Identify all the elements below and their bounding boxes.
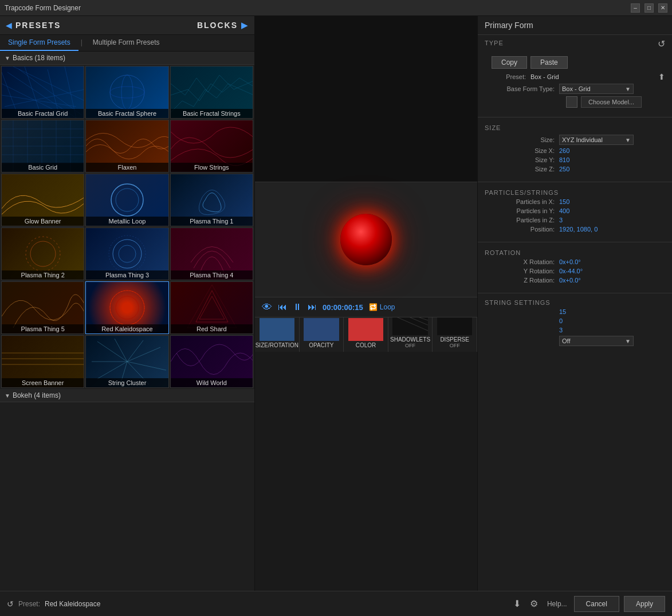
action-reset-button[interactable]: ↺ (7, 599, 14, 609)
svg-point-28 (119, 245, 136, 262)
channel-size-label: SIZE/ROTATION (256, 342, 298, 348)
preset-string-cluster[interactable]: String Cluster (85, 335, 168, 388)
save-icon[interactable]: ⬇ (513, 598, 521, 609)
string-val3-value[interactable]: 3 (559, 327, 563, 333)
size-dropdown[interactable]: XYZ Individual ▼ (559, 135, 634, 145)
preset-screen-banner[interactable]: Screen Banner (1, 335, 84, 388)
preset-plasma-thing3[interactable]: Plasma Thing 3 (85, 227, 168, 280)
copy-paste-row: Copy Paste (485, 53, 665, 72)
particles-x-value[interactable]: 150 (559, 198, 569, 205)
preset-plasma-thing1[interactable]: Plasma Thing 1 (170, 174, 253, 226)
transport-bar: 👁 ⏮ ⏸ ⏭ 00:00:00:15 🔁 Loop (255, 297, 477, 317)
center-panel: 👁 ⏮ ⏸ ⏭ 00:00:00:15 🔁 Loop SIZE/ROTATION… (255, 16, 477, 616)
string-val1-value[interactable]: 15 (559, 308, 566, 315)
y-rotation-label: Y Rotation: (485, 268, 559, 274)
position-value[interactable]: 1920, 1080, 0 (559, 226, 598, 233)
preset-flow-strings[interactable]: Flow Strings (170, 120, 253, 172)
preset-basic-fractal-strings[interactable]: Basic Fractal Strings (170, 66, 253, 119)
channel-size-rotation[interactable]: SIZE/ROTATION (255, 317, 300, 352)
preset-plasma-thing3-label: Plasma Thing 3 (86, 270, 168, 280)
preview-bottom (255, 182, 477, 297)
svg-line-49 (392, 317, 427, 335)
preset-metallic-loop[interactable]: Metallic Loop (85, 174, 168, 226)
maximize-button[interactable]: □ (645, 3, 654, 13)
type-reset-button[interactable]: ↺ (658, 38, 665, 49)
preset-red-kaleidospace[interactable]: Red Kaleidospace (85, 281, 168, 334)
preset-basic-fractal-grid-label: Basic Fractal Grid (2, 109, 84, 118)
preset-plasma-thing2[interactable]: Plasma Thing 2 (1, 227, 84, 280)
preset-glow-banner-label: Glow Banner (2, 217, 84, 226)
tab-single-form[interactable]: Single Form Presets (0, 35, 78, 51)
type-section-title: TYPE (485, 40, 504, 46)
size-arrow: ▼ (625, 137, 631, 143)
z-rotation-value[interactable]: 0x+0.0° (559, 277, 581, 284)
preset-name-value: Box - Grid (530, 73, 559, 80)
model-swatch (566, 96, 577, 108)
section-bokeh[interactable]: ▼ Bokeh (4 items) (0, 389, 254, 402)
paste-button[interactable]: Paste (530, 56, 568, 69)
preset-plasma-thing5[interactable]: Plasma Thing 5 (1, 281, 84, 334)
size-dropdown-row: Size: XYZ Individual ▼ (485, 135, 665, 145)
skip-back-button[interactable]: ⏮ (278, 302, 287, 312)
channel-shadowlets[interactable]: SHADOWLETS OFF (388, 317, 433, 352)
preset-flaxen-label: Flaxen (86, 163, 168, 172)
string-dropdown[interactable]: Off ▼ (559, 336, 634, 346)
loop-button[interactable]: 🔁 Loop (369, 303, 395, 311)
export-button[interactable]: ⬆ (658, 72, 665, 81)
cancel-button[interactable]: Cancel (574, 596, 619, 612)
string-dropdown-value: Off (562, 338, 570, 344)
window-controls[interactable]: – □ ✕ (631, 3, 667, 13)
string-val2-value[interactable]: 0 (559, 317, 563, 324)
copy-button[interactable]: Copy (492, 56, 527, 69)
preset-flaxen[interactable]: Flaxen (85, 120, 168, 172)
presets-header: ◀ PRESETS BLOCKS ▶ (0, 16, 254, 35)
blocks-right-arrow[interactable]: ▶ (241, 21, 249, 30)
preset-name-row: Preset: Box - Grid ⬆ (485, 72, 665, 81)
preset-basic-fractal-sphere[interactable]: Basic Fractal Sphere (85, 66, 168, 119)
preset-basic-grid[interactable]: Basic Grid (1, 120, 84, 172)
help-label[interactable]: Help... (547, 600, 567, 608)
preset-flow-strings-label: Flow Strings (171, 163, 253, 172)
preset-red-shard[interactable]: Red Shard (170, 281, 253, 334)
section-bokeh-arrow: ▼ (5, 393, 10, 399)
channel-shadowlets-swatch (392, 317, 427, 335)
eye-icon[interactable]: 👁 (262, 301, 272, 313)
particles-y-value[interactable]: 400 (559, 207, 569, 214)
choose-model-button[interactable]: Choose Model... (581, 96, 642, 108)
base-form-type-dropdown[interactable]: Box - Grid ▼ (559, 84, 634, 94)
preset-glow-banner[interactable]: Glow Banner (1, 174, 84, 226)
minimize-button[interactable]: – (631, 3, 640, 13)
skip-forward-button[interactable]: ⏭ (308, 302, 317, 312)
string-dropdown-arrow: ▼ (625, 338, 631, 344)
channel-opacity[interactable]: OPACITY (300, 317, 344, 352)
base-form-type-label: Base Form Type: (485, 85, 559, 92)
channel-disperse[interactable]: DISPERSE OFF (433, 317, 477, 352)
section-basics[interactable]: ▼ Basics (18 items) (0, 52, 254, 65)
apply-button[interactable]: Apply (624, 596, 665, 612)
y-rotation-row: Y Rotation: 0x-44.0° (485, 268, 665, 274)
tab-multiple-form[interactable]: Multiple Form Presets (85, 35, 168, 51)
preset-basic-fractal-grid[interactable]: Basic Fractal Grid (1, 66, 84, 119)
size-z-value[interactable]: 250 (559, 166, 569, 172)
preset-plasma-thing4[interactable]: Plasma Thing 4 (170, 227, 253, 280)
svg-line-42 (127, 340, 143, 362)
loop-label: Loop (380, 303, 395, 311)
channel-color[interactable]: COLOR (344, 317, 388, 352)
preset-wild-world[interactable]: Wild World (170, 335, 253, 388)
pause-button[interactable]: ⏸ (293, 302, 302, 312)
position-label: Position: (485, 226, 559, 233)
particles-z-value[interactable]: 3 (559, 217, 563, 223)
size-y-value[interactable]: 810 (559, 156, 569, 163)
channel-color-label: COLOR (356, 342, 376, 348)
x-rotation-value[interactable]: 0x+0.0° (559, 258, 581, 265)
preview-canvas (255, 182, 477, 297)
preset-basic-grid-label: Basic Grid (2, 163, 84, 172)
blocks-title: BLOCKS (197, 21, 238, 30)
settings-icon[interactable]: ⚙ (530, 598, 538, 609)
y-rotation-value[interactable]: 0x-44.0° (559, 268, 583, 274)
preset-red-shard-label: Red Shard (171, 324, 253, 333)
presets-left-arrow[interactable]: ◀ (6, 21, 12, 30)
size-x-value[interactable]: 260 (559, 147, 569, 154)
preset-tabs: Single Form Presets | Multiple Form Pres… (0, 35, 254, 52)
close-button[interactable]: ✕ (658, 3, 667, 13)
